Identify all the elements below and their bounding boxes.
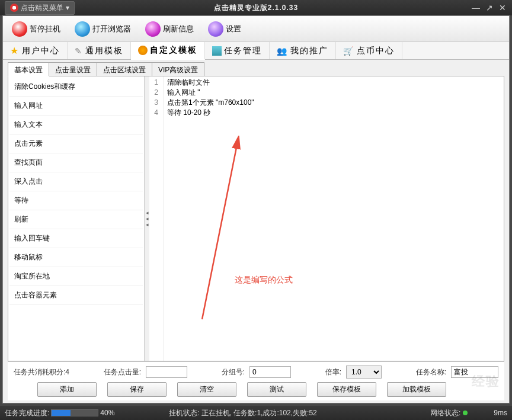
window-title: 点击精灵专业版2.1.0.33 xyxy=(214,3,298,13)
pause-icon xyxy=(12,21,27,37)
tab-user-center[interactable]: ★用户中心 xyxy=(3,42,68,59)
net-label: 网络状态: xyxy=(430,408,460,418)
menu-label: 点击精灵菜单 xyxy=(21,3,63,13)
code-line[interactable]: 等待 10-20 秒 xyxy=(167,108,500,118)
code-area[interactable]: 清除临时文件 输入网址 " 点击第1个元素 "m760x100" 等待 10-2… xyxy=(164,76,504,361)
bottom-form: 任务共消耗积分:4 任务点击量: 分组号: 倍率: 1.0 任务名称: 添加 保… xyxy=(8,361,504,400)
script-editor[interactable]: 1 2 3 4 清除临时文件 输入网址 " 点击第1个元素 "m760x100"… xyxy=(149,76,504,361)
rate-label: 倍率: xyxy=(325,367,341,377)
tab-task-manage[interactable]: 任务管理 xyxy=(205,42,270,59)
panel-body: 清除Cookies和缓存 输入网址 输入文本 点击元素 查找页面 深入点击 等待… xyxy=(8,76,504,361)
refresh-button[interactable]: 刷新信息 xyxy=(139,18,200,40)
points-label: 任务共消耗积分:4 xyxy=(14,367,69,377)
sub-tab-basic[interactable]: 基本设置 xyxy=(8,62,49,76)
maximize-icon[interactable]: ↗ xyxy=(486,3,493,12)
toolbar: 暂停挂机 打开浏览器 刷新信息 设置 xyxy=(3,16,509,42)
task-name-input[interactable] xyxy=(451,366,498,378)
task-stats: 任务数:1,成功:102,失败:52 xyxy=(233,408,317,418)
cmd-wait[interactable]: 等待 xyxy=(9,191,143,210)
cmd-deep-click[interactable]: 深入点击 xyxy=(9,172,143,191)
clicks-label: 任务点击量: xyxy=(104,367,141,377)
cmd-find-page[interactable]: 查找页面 xyxy=(9,153,143,172)
save-button[interactable]: 保存 xyxy=(107,382,167,397)
circle-icon xyxy=(138,46,148,55)
wand-icon: ✎ xyxy=(75,46,83,56)
test-button[interactable]: 测试 xyxy=(247,382,306,397)
cmd-click-container[interactable]: 点击容器元素 xyxy=(9,286,143,305)
cart-icon: 🛒 xyxy=(343,46,354,56)
progress-label: 任务完成进度: xyxy=(5,408,49,418)
minimize-icon[interactable]: — xyxy=(472,3,480,12)
code-line[interactable]: 点击第1个元素 "m760x100" xyxy=(167,98,500,108)
sub-tab-vip[interactable]: VIP高级设置 xyxy=(152,62,204,76)
group-input[interactable] xyxy=(249,366,291,378)
cmd-taobao-location[interactable]: 淘宝所在地 xyxy=(9,267,143,286)
browser-icon xyxy=(75,21,90,37)
cmd-move-mouse[interactable]: 移动鼠标 xyxy=(9,248,143,267)
chevron-down-icon: ▾ xyxy=(66,4,69,12)
main-window: 暂停挂机 打开浏览器 刷新信息 设置 ★用户中心 ✎通用模板 自定义模板 任务管… xyxy=(2,15,510,403)
rate-select[interactable]: 1.0 xyxy=(346,366,382,379)
content-area: 基本设置 点击量设置 点击区域设置 VIP高级设置 清除Cookies和缓存 输… xyxy=(3,60,509,403)
code-line[interactable]: 输入网址 " xyxy=(167,88,500,98)
cmd-input-text[interactable]: 输入文本 xyxy=(9,116,143,134)
tab-custom-template[interactable]: 自定义模板 xyxy=(131,42,205,60)
cmd-input-url[interactable]: 输入网址 xyxy=(9,97,143,116)
save-template-button[interactable]: 保存模板 xyxy=(317,382,376,397)
splitter-handle[interactable]: ◂◂◂ xyxy=(145,76,149,361)
cmd-clear-cookies[interactable]: 清除Cookies和缓存 xyxy=(9,78,143,97)
cmd-refresh[interactable]: 刷新 xyxy=(9,210,143,229)
cmd-enter-key[interactable]: 输入回车键 xyxy=(9,229,143,248)
hang-value: 正在挂机, xyxy=(201,408,232,418)
doc-icon xyxy=(212,46,222,56)
sub-tab-area[interactable]: 点击区域设置 xyxy=(97,62,152,76)
line-gutter: 1 2 3 4 xyxy=(149,76,164,361)
settings-icon xyxy=(208,21,223,37)
window-titlebar: 点击精灵菜单 ▾ 点击精灵专业版2.1.0.33 — ↗ ✕ xyxy=(0,0,512,15)
progress-percent: 40% xyxy=(100,409,114,417)
task-name-label: 任务名称: xyxy=(416,367,446,377)
command-list: 清除Cookies和缓存 输入网址 输入文本 点击元素 查找页面 深入点击 等待… xyxy=(8,76,145,361)
cmd-click-element[interactable]: 点击元素 xyxy=(9,134,143,153)
clear-button[interactable]: 清空 xyxy=(177,382,236,397)
sub-tabs: 基本设置 点击量设置 点击区域设置 VIP高级设置 xyxy=(8,62,504,76)
hang-label: 挂机状态: xyxy=(169,408,199,418)
sub-tab-clicks[interactable]: 点击量设置 xyxy=(49,62,97,76)
app-icon xyxy=(10,4,18,12)
latency-value: 9ms xyxy=(494,409,507,417)
svg-line-1 xyxy=(202,142,238,319)
tab-my-promotion[interactable]: 👥我的推广 xyxy=(270,42,336,59)
users-icon: 👥 xyxy=(277,46,288,56)
annotation-arrow xyxy=(187,136,258,325)
statusbar: 任务完成进度: 40% 挂机状态: 正在挂机, 任务数:1,成功:102,失败:… xyxy=(0,406,512,420)
code-line[interactable]: 清除临时文件 xyxy=(167,78,500,88)
app-menu-button[interactable]: 点击精灵菜单 ▾ xyxy=(5,1,75,15)
add-button[interactable]: 添加 xyxy=(37,382,97,397)
pause-button[interactable]: 暂停挂机 xyxy=(5,18,67,40)
open-browser-button[interactable]: 打开浏览器 xyxy=(68,18,137,40)
group-label: 分组号: xyxy=(222,367,245,377)
star-icon: ★ xyxy=(10,45,20,56)
settings-button[interactable]: 设置 xyxy=(201,18,248,40)
annotation-text: 这是编写的公式 xyxy=(235,275,293,285)
main-tabs: ★用户中心 ✎通用模板 自定义模板 任务管理 👥我的推广 🛒点币中心 xyxy=(3,42,509,60)
load-template-button[interactable]: 加载模板 xyxy=(387,382,446,397)
progress-bar xyxy=(51,409,98,416)
tab-coin-center[interactable]: 🛒点币中心 xyxy=(336,42,402,59)
close-icon[interactable]: ✕ xyxy=(499,3,506,12)
clicks-input[interactable] xyxy=(146,366,187,378)
refresh-icon xyxy=(145,21,161,37)
tab-common-template[interactable]: ✎通用模板 xyxy=(68,42,131,59)
status-dot-icon xyxy=(463,411,468,415)
